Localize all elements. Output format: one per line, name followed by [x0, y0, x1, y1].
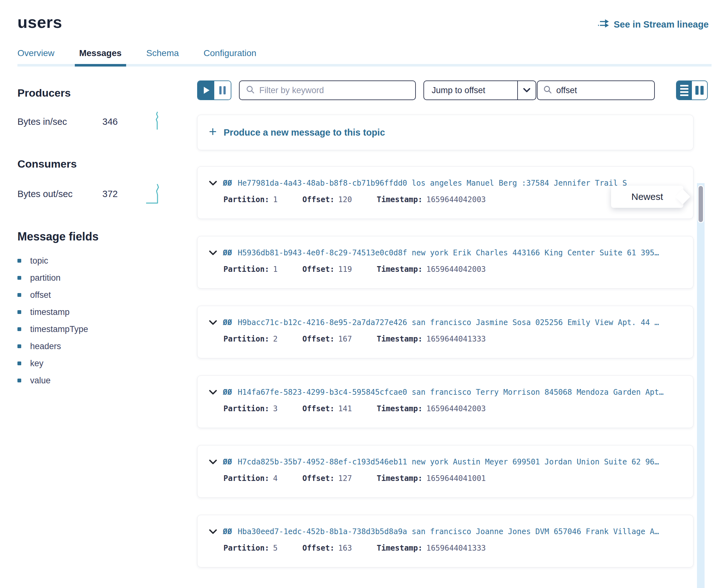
play-pause-toggle[interactable]	[197, 81, 231, 100]
stream-lineage-label: See in Stream lineage	[614, 19, 709, 30]
offset-field: Offset:127	[302, 474, 352, 483]
bytes-out-metric: Bytes out/sec 372	[17, 182, 161, 206]
partition-field: Partition:2	[224, 335, 277, 343]
message-summary: H7cda825b-35b7-4952-88ef-c193d546eb11 ne…	[238, 458, 659, 466]
pause-icon	[219, 86, 222, 94]
view-mode-toggle[interactable]	[676, 81, 708, 100]
field-bullet-icon	[17, 344, 21, 348]
timestamp-field: Timestamp:1659644041001	[376, 474, 486, 483]
partition-field: Partition:4	[224, 474, 277, 483]
field-item-headers[interactable]: headers	[17, 342, 197, 350]
message-summary: H9bacc71c-b12c-4216-8e95-2a7da727e426 sa…	[238, 318, 659, 327]
message-summary: H14fa67fe-5823-4299-b3c4-595845cfcae0 sa…	[238, 388, 664, 397]
chevron-down-icon	[518, 81, 536, 100]
stream-lineage-link[interactable]: See in Stream lineage	[597, 18, 709, 31]
expand-chevron-icon[interactable]	[209, 459, 217, 464]
expand-chevron-icon[interactable]	[209, 320, 217, 325]
field-item-timestamp[interactable]: timestamp	[17, 308, 197, 316]
page-title: users	[17, 13, 62, 32]
message-fields-list: topic partition offset timestamp timesta…	[17, 257, 197, 385]
bytes-in-label: Bytes in/sec	[17, 117, 102, 127]
bytes-out-label: Bytes out/sec	[17, 189, 102, 199]
offset-field: Offset:141	[302, 404, 352, 413]
newest-tooltip: Newest	[611, 186, 683, 208]
partition-field: Partition:1	[224, 195, 277, 204]
pause-icon	[224, 86, 226, 94]
message-fields-heading: Message fields	[17, 230, 197, 243]
newest-tooltip-label: Newest	[631, 191, 663, 202]
field-bullet-icon	[17, 293, 21, 297]
offset-search-field[interactable]	[537, 81, 655, 100]
message-row[interactable]: ØØ H9bacc71c-b12c-4216-8e95-2a7da727e426…	[197, 306, 694, 358]
message-key: ØØ	[223, 458, 232, 466]
partition-field: Partition:3	[224, 404, 277, 413]
field-bullet-icon	[17, 276, 21, 280]
play-icon	[204, 87, 209, 94]
timestamp-field: Timestamp:1659644042003	[376, 265, 486, 274]
messages-panel: Jump to offset	[197, 66, 708, 567]
field-bullet-icon	[17, 361, 21, 365]
field-item-timestampType[interactable]: timestampType	[17, 325, 197, 333]
expand-chevron-icon[interactable]	[209, 390, 217, 395]
sidebar: Producers Bytes in/sec 346 Consumers Byt…	[0, 66, 197, 567]
message-key: ØØ	[223, 179, 232, 188]
plus-icon: +	[209, 125, 217, 139]
stream-lineage-icon	[597, 18, 610, 31]
list-view-icon	[680, 85, 688, 86]
tab-bar: Overview Messages Schema Configuration	[0, 48, 722, 66]
bytes-in-value: 346	[102, 117, 154, 127]
timestamp-field: Timestamp:1659644041333	[376, 335, 486, 343]
expand-chevron-icon[interactable]	[209, 181, 217, 186]
play-button[interactable]	[198, 81, 214, 100]
produce-message-label: Produce a new message to this topic	[224, 127, 385, 138]
bytes-out-value: 372	[102, 189, 145, 199]
field-item-value[interactable]: value	[17, 376, 197, 385]
consumers-heading: Consumers	[17, 158, 197, 170]
field-item-key[interactable]: key	[17, 359, 197, 368]
keyword-filter-input[interactable]	[259, 86, 409, 96]
keyword-filter-field[interactable]	[239, 81, 416, 100]
bytes-in-sparkline	[154, 111, 161, 132]
message-list: ØØ He77981da-4a43-48ab-b8f8-cb71b96ffdd0…	[197, 166, 708, 567]
expand-chevron-icon[interactable]	[209, 529, 217, 534]
search-icon	[543, 85, 552, 96]
pause-button[interactable]	[214, 81, 231, 100]
message-summary: Hba30eed7-1edc-452b-8b1a-738d3b5d8a9a sa…	[238, 527, 659, 536]
message-row[interactable]: ØØ H5936db81-b943-4e0f-8c29-74513e0c0d8f…	[197, 236, 694, 289]
field-bullet-icon	[17, 379, 21, 382]
page-header: users See in Stream lineage	[0, 0, 722, 32]
message-key: ØØ	[223, 318, 232, 327]
partition-field: Partition:5	[224, 544, 277, 552]
message-row[interactable]: ØØ H7cda825b-35b7-4952-88ef-c193d546eb11…	[197, 445, 694, 498]
offset-field: Offset:167	[302, 335, 352, 343]
jump-to-offset-value: Jump to offset	[424, 81, 517, 100]
field-bullet-icon	[17, 259, 21, 262]
jump-to-offset-select[interactable]: Jump to offset	[424, 81, 536, 100]
field-bullet-icon	[17, 310, 21, 314]
column-view-icon	[695, 86, 699, 95]
timestamp-field: Timestamp:1659644042003	[376, 404, 486, 413]
message-list-scrollbar[interactable]	[697, 183, 705, 588]
produce-message-button[interactable]: + Produce a new message to this topic	[197, 115, 694, 150]
offset-field: Offset:163	[302, 544, 352, 552]
list-view-button[interactable]	[677, 81, 692, 100]
column-view-button[interactable]	[692, 81, 707, 100]
message-key: ØØ	[223, 388, 232, 397]
offset-field: Offset:120	[302, 195, 352, 204]
field-item-partition[interactable]: partition	[17, 274, 197, 282]
message-row[interactable]: ØØ H14fa67fe-5823-4299-b3c4-595845cfcae0…	[197, 375, 694, 428]
offset-search-input[interactable]	[556, 86, 648, 96]
message-summary: H5936db81-b943-4e0f-8c29-74513e0c0d8f ne…	[238, 248, 659, 257]
message-row[interactable]: ØØ Hba30eed7-1edc-452b-8b1a-738d3b5d8a9a…	[197, 515, 694, 567]
tab-messages[interactable]: Messages	[79, 48, 122, 66]
field-item-offset[interactable]: offset	[17, 291, 197, 299]
expand-chevron-icon[interactable]	[209, 250, 217, 255]
scrollbar-thumb[interactable]	[698, 185, 704, 223]
partition-field: Partition:1	[224, 265, 277, 274]
producers-heading: Producers	[17, 87, 197, 99]
offset-field: Offset:119	[302, 265, 352, 274]
field-item-topic[interactable]: topic	[17, 257, 197, 265]
timestamp-field: Timestamp:1659644042003	[376, 195, 486, 204]
timestamp-field: Timestamp:1659644041333	[376, 544, 486, 552]
messages-toolbar: Jump to offset	[197, 81, 708, 100]
